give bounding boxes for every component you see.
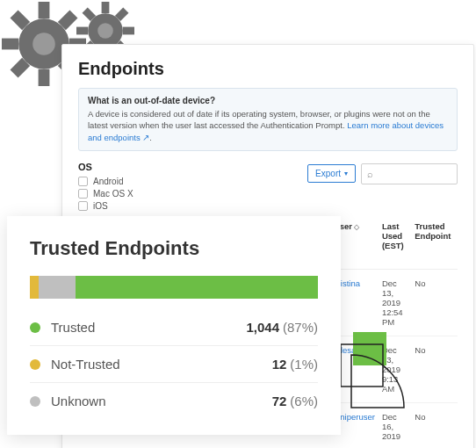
col-last-used[interactable]: Last Used (EST) [379, 216, 411, 270]
sort-icon: ◇ [354, 223, 359, 231]
legend-dot-icon [30, 322, 40, 333]
page-title: Endpoints [78, 59, 458, 79]
search-input-wrap[interactable]: ⌕ [361, 163, 458, 184]
legend-dot-icon [30, 396, 40, 407]
os-option[interactable]: Mac OS X [78, 188, 307, 200]
legend-dot-icon [30, 359, 40, 370]
checkbox-icon[interactable] [78, 201, 88, 211]
os-option[interactable]: iOS [78, 200, 307, 213]
external-link-icon: ↗ [142, 133, 149, 142]
search-input[interactable] [377, 169, 451, 178]
export-button[interactable]: Export ▾ [307, 164, 356, 183]
svg-rect-10 [353, 332, 386, 365]
checkbox-icon[interactable] [78, 177, 88, 186]
col-trusted[interactable]: Trusted Endpoint [411, 216, 458, 270]
bar-segment-trusted [76, 276, 318, 299]
card-title: Trusted Endpoints [30, 237, 318, 260]
search-icon: ⌕ [367, 169, 373, 179]
info-question: What is an out-of-date device? [88, 96, 448, 105]
chevron-down-icon: ▾ [344, 170, 348, 177]
bar-segment-unknown [39, 276, 76, 299]
legend-item-unknown: Unknown 72 (6%) [30, 382, 318, 419]
trusted-endpoints-card: Trusted Endpoints Trusted 1,044 (87%) No… [7, 216, 341, 435]
decorative-shapes [335, 332, 432, 429]
info-answer: A device is considered out of date if it… [88, 108, 448, 143]
bar-segment-not-trusted [30, 276, 39, 299]
info-banner: What is an out-of-date device? A device … [78, 88, 458, 151]
legend-list: Trusted 1,044 (87%) Not-Trusted 12 (1%) … [30, 316, 318, 419]
os-option[interactable]: Android [78, 176, 307, 188]
legend-item-not-trusted: Not-Trusted 12 (1%) [30, 345, 318, 382]
os-filter-heading: OS [78, 162, 307, 172]
stacked-bar-chart [30, 276, 318, 299]
os-filter-list: Android Mac OS X iOS [78, 176, 307, 213]
legend-item-trusted: Trusted 1,044 (87%) [30, 316, 318, 345]
checkbox-icon[interactable] [78, 189, 88, 199]
